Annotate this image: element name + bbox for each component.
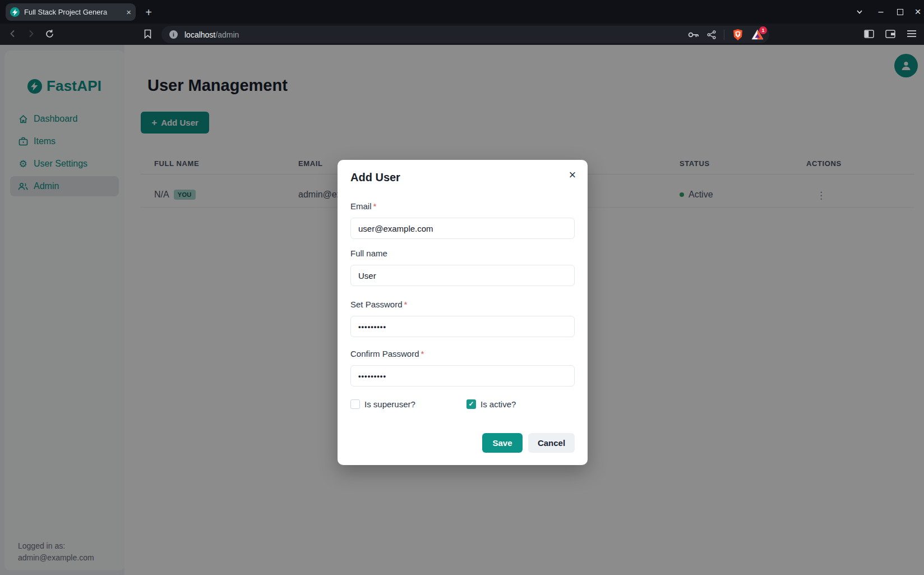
window-close-button[interactable]: × [911, 4, 924, 19]
required-asterisk: * [421, 349, 424, 358]
is-superuser-checkbox-row: Is superuser? [350, 399, 415, 409]
email-label-text: Email [350, 201, 372, 211]
brave-shields-icon[interactable] [732, 29, 743, 41]
required-asterisk: * [404, 300, 408, 309]
window-maximize-button[interactable] [893, 4, 907, 19]
tab-search-chevron-icon[interactable] [852, 4, 867, 19]
modal-title: Add User [350, 171, 400, 184]
toolbar-divider [724, 30, 724, 40]
rewards-count-badge: 1 [759, 26, 767, 34]
confirm-password-label-text: Confirm Password [350, 349, 419, 358]
browser-tab[interactable]: Full Stack Project Genera × [6, 3, 136, 21]
set-password-label-text: Set Password [350, 300, 403, 309]
new-tab-button[interactable]: + [141, 5, 156, 20]
toolbar-right-cluster [861, 26, 920, 42]
sidebar-toggle-icon[interactable] [861, 26, 877, 42]
url-path: /admin [215, 30, 239, 39]
email-field[interactable] [350, 218, 575, 239]
reload-button[interactable] [41, 26, 57, 42]
full-name-field[interactable] [350, 265, 575, 286]
full-name-label: Full name [350, 249, 387, 258]
bookmark-icon[interactable] [140, 26, 155, 42]
site-info-icon[interactable]: i [169, 30, 178, 39]
full-name-label-text: Full name [350, 249, 387, 258]
brave-rewards-icon[interactable]: 1 [751, 29, 764, 40]
set-password-label: Set Password* [350, 300, 407, 309]
required-asterisk: * [373, 201, 377, 211]
share-icon[interactable] [707, 30, 716, 39]
menu-hamburger-icon[interactable] [904, 26, 920, 42]
window-minimize-button[interactable]: – [874, 4, 888, 19]
browser-toolbar: i localhost /admin 1 [0, 24, 924, 45]
wallet-panel-icon[interactable] [883, 26, 898, 42]
address-bar[interactable]: i localhost /admin 1 [161, 26, 769, 43]
tab-close-icon[interactable]: × [126, 8, 131, 16]
modal-close-icon[interactable]: × [564, 167, 581, 183]
confirm-password-field[interactable] [350, 365, 575, 387]
forward-button[interactable] [23, 26, 39, 42]
is-active-label: Is active? [481, 399, 516, 409]
email-label: Email* [350, 201, 376, 211]
fastapi-favicon-icon [10, 7, 20, 17]
is-superuser-checkbox[interactable] [350, 399, 360, 409]
add-user-modal: Add User × Email* Full name Set Password… [338, 160, 588, 465]
confirm-password-label: Confirm Password* [350, 349, 424, 358]
back-button[interactable] [5, 26, 21, 42]
is-superuser-label: Is superuser? [364, 399, 415, 409]
set-password-field[interactable] [350, 316, 575, 337]
is-active-checkbox[interactable]: ✓ [466, 399, 476, 409]
is-active-checkbox-row: ✓ Is active? [466, 399, 516, 409]
screen: Full Stack Project Genera × + – × i loca… [0, 0, 924, 575]
url-host: localhost [184, 30, 215, 39]
tab-title: Full Stack Project Genera [24, 8, 122, 16]
browser-titlebar: Full Stack Project Genera × + – × [0, 0, 924, 24]
cancel-button[interactable]: Cancel [528, 433, 575, 453]
saved-passwords-key-icon[interactable] [688, 31, 699, 38]
save-button[interactable]: Save [482, 433, 523, 453]
